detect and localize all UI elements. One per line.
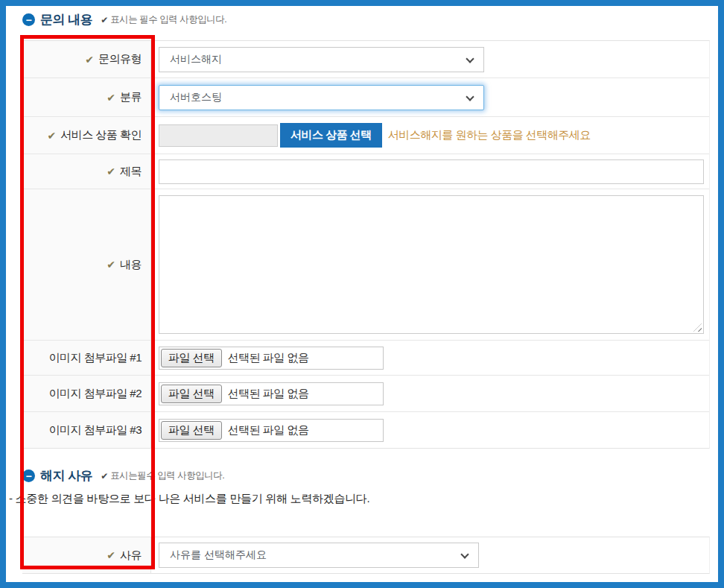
reason-label: 사유 xyxy=(120,549,142,563)
subject-label: 제목 xyxy=(120,165,142,179)
reason-form-table: ✔ 사유 사유를 선택해주세요 xyxy=(22,537,710,574)
service-product-label: 서비스 상품 확인 xyxy=(60,128,142,142)
service-product-input xyxy=(159,124,278,147)
row-attachment-2: 이미지 첨부파일 #2 파일 선택 선택된 파일 없음 xyxy=(22,375,709,411)
required-note: ✔ 표시는 필수 입력 사항입니다. xyxy=(101,13,226,26)
chevron-down-icon xyxy=(466,54,474,63)
chevron-down-icon xyxy=(460,550,469,558)
required-check-icon: ✔ xyxy=(107,165,115,177)
row-service-product: ✔ 서비스 상품 확인 서비스 상품 선택 서비스해지를 원하는 상품을 선택해… xyxy=(22,116,709,154)
content-label: 내용 xyxy=(120,258,142,272)
row-attachment-1: 이미지 첨부파일 #1 파일 선택 선택된 파일 없음 xyxy=(22,340,709,375)
category-label: 분류 xyxy=(120,90,142,104)
attachment-2-label-cell: 이미지 첨부파일 #2 xyxy=(22,376,151,411)
attachment-1-status: 선택된 파일 없음 xyxy=(228,351,309,365)
service-product-hint: 서비스해지를 원하는 상품을 선택해주세요 xyxy=(388,128,591,142)
reason-label-cell: ✔ 사유 xyxy=(22,537,151,573)
row-subject: ✔ 제목 xyxy=(22,154,709,189)
reason-selected-value: 사유를 선택해주세요 xyxy=(170,549,267,562)
service-product-label-cell: ✔ 서비스 상품 확인 xyxy=(22,117,151,154)
required-check-icon: ✔ xyxy=(47,130,56,142)
chevron-down-icon xyxy=(466,92,474,101)
category-select[interactable]: 서버호스팅 xyxy=(159,85,484,110)
subject-input[interactable] xyxy=(159,159,704,184)
attachment-1-label-cell: 이미지 첨부파일 #1 xyxy=(22,341,151,375)
content-label-cell: ✔ 내용 xyxy=(22,189,151,340)
page-frame: − 문의 내용 ✔ 표시는 필수 입력 사항입니다. ✔ 문의유형 서비스해지 … xyxy=(0,0,724,588)
attachment-2-file-button[interactable]: 파일 선택 xyxy=(161,385,222,403)
check-icon: ✔ xyxy=(101,471,108,481)
attachment-3-file-button[interactable]: 파일 선택 xyxy=(161,421,222,440)
select-product-button[interactable]: 서비스 상품 선택 xyxy=(280,123,382,148)
attachment-2-status: 선택된 파일 없음 xyxy=(228,387,309,401)
attachment-3-label: 이미지 첨부파일 #3 xyxy=(48,423,142,437)
reason-description: - 소중한 의견을 바탕으로 보다 나은 서비스를 만들기 위해 노력하겠습니다… xyxy=(9,492,369,506)
row-content: ✔ 내용 xyxy=(22,189,709,340)
reason-section-header: − 해지 사유 ✔ 표시는필수 입력 사항입니다. xyxy=(22,467,224,484)
attachment-2-filebox: 파일 선택 선택된 파일 없음 xyxy=(159,382,384,405)
row-category: ✔ 분류 서버호스팅 xyxy=(22,78,709,116)
content-textarea[interactable] xyxy=(159,195,704,334)
collapse-minus-icon[interactable]: − xyxy=(22,13,35,26)
attachment-1-file-button[interactable]: 파일 선택 xyxy=(161,349,222,367)
collapse-minus-icon[interactable]: − xyxy=(22,470,35,482)
resize-handle-icon[interactable] xyxy=(693,323,702,332)
inquiry-type-selected-value: 서비스해지 xyxy=(170,53,222,66)
attachment-1-label: 이미지 첨부파일 #1 xyxy=(48,351,142,365)
inquiry-section-title: 문의 내용 xyxy=(40,11,92,28)
attachment-1-filebox: 파일 선택 선택된 파일 없음 xyxy=(159,347,384,370)
reason-select[interactable]: 사유를 선택해주세요 xyxy=(159,543,479,568)
row-attachment-3: 이미지 첨부파일 #3 파일 선택 선택된 파일 없음 xyxy=(22,411,709,448)
required-check-icon: ✔ xyxy=(107,259,115,271)
attachment-2-label: 이미지 첨부파일 #2 xyxy=(48,387,142,401)
inquiry-form-table: ✔ 문의유형 서비스해지 ✔ 분류 서버호스팅 xyxy=(22,40,710,449)
inquiry-type-label: 문의유형 xyxy=(98,52,142,66)
required-note-text: 표시는 필수 입력 사항입니다. xyxy=(110,13,226,26)
category-label-cell: ✔ 분류 xyxy=(22,78,151,116)
check-icon: ✔ xyxy=(101,15,108,25)
attachment-3-status: 선택된 파일 없음 xyxy=(228,423,309,437)
category-selected-value: 서버호스팅 xyxy=(170,91,222,104)
reason-section-title: 해지 사유 xyxy=(40,467,92,484)
required-check-icon: ✔ xyxy=(107,92,115,104)
inquiry-type-select[interactable]: 서비스해지 xyxy=(159,47,484,72)
required-check-icon: ✔ xyxy=(85,54,94,66)
subject-label-cell: ✔ 제목 xyxy=(22,154,151,189)
required-note-text: 표시는필수 입력 사항입니다. xyxy=(110,470,224,482)
row-reason: ✔ 사유 사유를 선택해주세요 xyxy=(22,537,709,573)
attachment-3-label-cell: 이미지 첨부파일 #3 xyxy=(22,412,151,448)
inquiry-section-header: − 문의 내용 ✔ 표시는 필수 입력 사항입니다. xyxy=(22,11,226,28)
row-inquiry-type: ✔ 문의유형 서비스해지 xyxy=(22,41,709,78)
inquiry-type-label-cell: ✔ 문의유형 xyxy=(22,41,151,78)
attachment-3-filebox: 파일 선택 선택된 파일 없음 xyxy=(159,419,384,442)
required-note: ✔ 표시는필수 입력 사항입니다. xyxy=(101,470,224,482)
required-check-icon: ✔ xyxy=(107,549,115,561)
